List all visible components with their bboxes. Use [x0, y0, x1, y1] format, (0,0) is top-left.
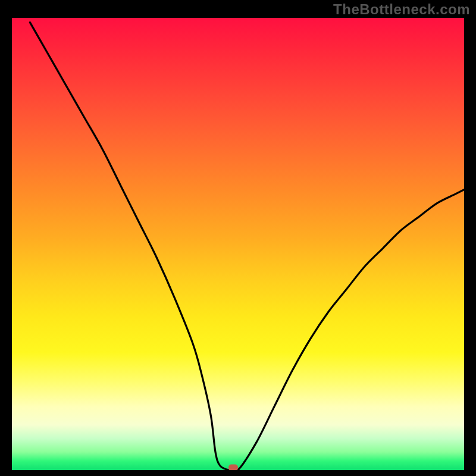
plot-area: [12, 18, 464, 470]
chart-frame: TheBottleneck.com: [0, 0, 476, 476]
watermark-text: TheBottleneck.com: [333, 1, 470, 18]
minimum-marker: [228, 465, 238, 470]
bottleneck-curve: [12, 18, 464, 470]
